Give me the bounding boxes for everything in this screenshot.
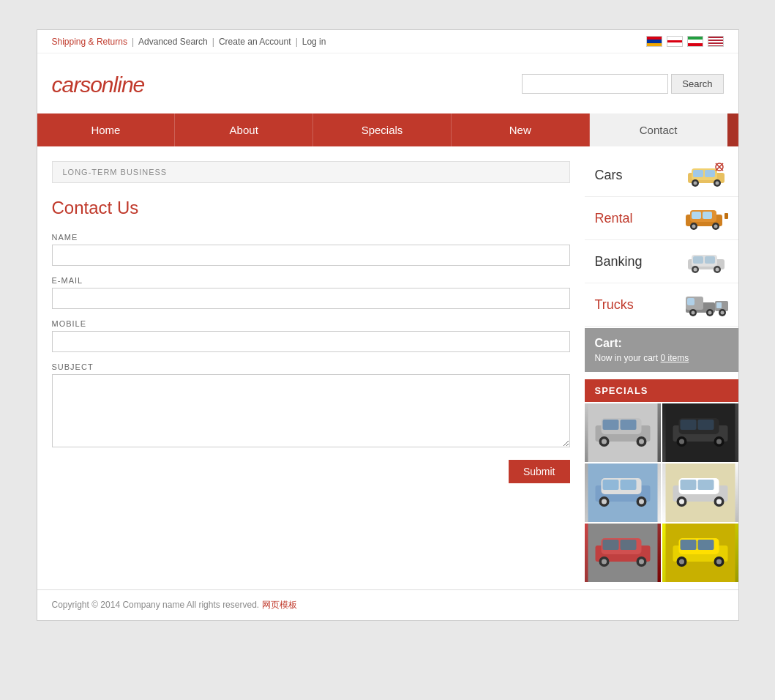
- search-area: Search: [522, 74, 723, 94]
- cart-info-text: Now in your cart: [595, 353, 659, 363]
- separator2: |: [212, 37, 214, 47]
- trucks-icon: [684, 291, 728, 319]
- sidebar-item-trucks[interactable]: Trucks: [585, 283, 738, 327]
- svg-rect-69: [680, 480, 696, 490]
- sidebar-banking-label: Banking: [595, 254, 643, 269]
- svg-point-18: [714, 225, 717, 228]
- special-item-2[interactable]: [662, 403, 738, 462]
- svg-point-92: [716, 559, 722, 565]
- contact-us-title: Contact Us: [52, 198, 570, 218]
- svg-point-36: [708, 311, 711, 315]
- footer: Copyright © 2014 Company name All rights…: [37, 589, 738, 620]
- svg-rect-51: [680, 420, 696, 430]
- special-item-1[interactable]: [585, 403, 661, 462]
- top-bar-left: Shipping & Returns | Advanced Search | C…: [52, 37, 326, 47]
- email-input[interactable]: [52, 288, 570, 309]
- nav-home[interactable]: Home: [37, 113, 176, 146]
- cart-box: Cart: Now in your cart 0 items: [585, 328, 738, 372]
- svg-point-47: [639, 439, 644, 444]
- specials-header: SPECIALS: [585, 379, 738, 402]
- nav-contact[interactable]: Contact: [590, 113, 728, 146]
- page-wrapper: Shipping & Returns | Advanced Search | C…: [37, 29, 739, 621]
- svg-point-83: [639, 559, 644, 565]
- cart-info: Now in your cart 0 items: [595, 353, 728, 363]
- svg-rect-88: [697, 540, 714, 550]
- login-link[interactable]: Log in: [302, 37, 326, 47]
- submit-button[interactable]: Submit: [509, 460, 570, 483]
- subject-field-group: SUBJECT: [52, 362, 570, 450]
- svg-rect-13: [692, 212, 701, 219]
- sidebar-item-cars[interactable]: Cars: [585, 154, 738, 197]
- svg-rect-30: [687, 298, 694, 305]
- flags-area: [646, 36, 724, 47]
- footer-link[interactable]: 网页模板: [262, 600, 297, 610]
- svg-point-54: [679, 439, 684, 444]
- svg-rect-42: [602, 420, 618, 430]
- mobile-label: MOBILE: [52, 319, 570, 328]
- top-bar: Shipping & Returns | Advanced Search | C…: [37, 30, 738, 53]
- search-input[interactable]: [522, 74, 668, 94]
- nav-about[interactable]: About: [175, 113, 313, 146]
- svg-rect-78: [602, 540, 618, 550]
- logo-online: online: [90, 72, 144, 97]
- right-sidebar: Cars Rental: [585, 146, 738, 589]
- svg-point-63: [602, 499, 607, 504]
- svg-rect-60: [602, 480, 618, 490]
- svg-rect-14: [703, 212, 712, 219]
- separator1: |: [132, 37, 134, 47]
- svg-point-34: [691, 311, 694, 315]
- svg-point-90: [679, 559, 684, 565]
- submit-row: Submit: [52, 460, 570, 483]
- svg-rect-2: [693, 170, 703, 177]
- svg-point-16: [692, 225, 695, 228]
- create-account-link[interactable]: Create an Account: [219, 37, 291, 47]
- main-nav: Home About Specials New Contact: [37, 113, 738, 146]
- email-field-group: E-MAIL: [52, 276, 570, 309]
- svg-point-74: [716, 499, 722, 504]
- email-label: E-MAIL: [52, 276, 570, 285]
- mobile-field-group: MOBILE: [52, 319, 570, 352]
- nav-accent: [727, 113, 738, 146]
- svg-rect-70: [697, 480, 714, 490]
- special-item-5[interactable]: [585, 524, 661, 582]
- nav-specials[interactable]: Specials: [313, 113, 452, 146]
- flag-us[interactable]: [708, 36, 724, 47]
- nav-new[interactable]: New: [452, 113, 590, 146]
- svg-point-81: [602, 559, 607, 565]
- svg-rect-61: [620, 480, 636, 490]
- special-item-3[interactable]: [585, 463, 661, 522]
- search-button[interactable]: Search: [671, 74, 723, 94]
- svg-point-27: [715, 268, 719, 272]
- svg-rect-3: [705, 170, 715, 177]
- sidebar-item-rental[interactable]: Rental: [585, 197, 738, 240]
- special-item-4[interactable]: [662, 463, 738, 522]
- svg-point-5: [693, 182, 697, 185]
- cart-items-link[interactable]: 0 items: [661, 353, 689, 363]
- svg-point-7: [715, 182, 719, 185]
- banking-icon: [684, 247, 728, 275]
- main-content: LONG-TERM BUSINESS Contact Us NAME E-MAI…: [37, 146, 738, 589]
- svg-point-45: [602, 439, 607, 444]
- subject-textarea[interactable]: [52, 374, 570, 447]
- flag-georgia[interactable]: [667, 36, 683, 47]
- special-item-6[interactable]: [662, 524, 738, 582]
- flag-armenia[interactable]: [646, 36, 662, 47]
- rental-icon: [684, 204, 728, 232]
- name-field-group: NAME: [52, 233, 570, 266]
- shipping-returns-link[interactable]: Shipping & Returns: [52, 37, 127, 47]
- advanced-search-link[interactable]: Advanced Search: [138, 37, 208, 47]
- subject-label: SUBJECT: [52, 362, 570, 371]
- breadcrumb: LONG-TERM BUSINESS: [52, 161, 570, 183]
- svg-point-72: [679, 499, 684, 504]
- logo-cars: CARS: [52, 72, 91, 97]
- sidebar-trucks-label: Trucks: [595, 297, 634, 313]
- cars-icon: [684, 161, 728, 189]
- name-input[interactable]: [52, 245, 570, 266]
- mobile-input[interactable]: [52, 331, 570, 352]
- svg-rect-32: [716, 302, 722, 308]
- footer-copyright: Copyright © 2014 Company name All rights…: [52, 600, 260, 610]
- sidebar-item-banking[interactable]: Banking: [585, 240, 738, 283]
- flag-iran[interactable]: [687, 36, 703, 47]
- svg-rect-19: [725, 213, 728, 219]
- separator3: |: [296, 37, 298, 47]
